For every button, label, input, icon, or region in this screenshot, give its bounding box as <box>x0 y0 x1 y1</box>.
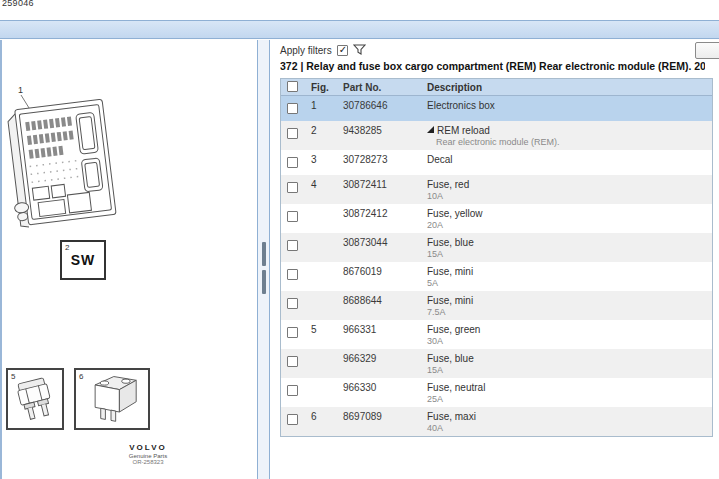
filter-funnel-icon[interactable] <box>353 44 366 56</box>
section-title: 372 | Relay and fuse box cargo compartme… <box>280 60 705 72</box>
splitter-grip[interactable] <box>262 270 266 294</box>
filters-toolbar: Apply filters <box>280 43 366 57</box>
main-content: 1 <box>0 40 719 479</box>
part-number-cell: 966329 <box>343 353 427 364</box>
row-checkbox[interactable] <box>287 240 298 251</box>
description-subtext: 30A <box>427 336 708 346</box>
description-main: Decal <box>427 154 708 165</box>
row-checkbox[interactable] <box>287 356 298 367</box>
part-number-cell: 966330 <box>343 382 427 393</box>
row-checkbox[interactable] <box>287 157 298 168</box>
apply-filters-label: Apply filters <box>280 45 332 56</box>
callout-1-label: 1 <box>18 85 23 95</box>
description-main: Fuse, maxi <box>427 411 708 422</box>
expand-triangle-icon[interactable] <box>427 126 434 133</box>
description-text: Fuse, yellow <box>427 208 483 219</box>
description-cell: Fuse, mini 5A <box>427 266 712 288</box>
description-main: Fuse, mini <box>427 295 708 306</box>
document-number: 259046 <box>2 0 34 8</box>
description-cell: Fuse, red 10A <box>427 179 712 201</box>
part-number-cell: 30872411 <box>343 179 427 190</box>
parts-table: Fig. Part No. Description 1 30786646 Ele… <box>280 78 713 437</box>
maxi-fuse-icon <box>76 370 146 426</box>
row-checkbox[interactable] <box>287 211 298 222</box>
splitter-grip[interactable] <box>262 242 266 266</box>
checkbox-cell <box>281 154 303 172</box>
cutoff-button[interactable] <box>695 42 719 59</box>
description-main: Fuse, green <box>427 324 708 335</box>
description-main: REM reload <box>427 125 708 136</box>
description-cell: Fuse, blue 15A <box>427 353 712 375</box>
table-row[interactable]: 966329 Fuse, blue 15A <box>281 349 712 378</box>
table-row[interactable]: 8676019 Fuse, mini 5A <box>281 262 712 291</box>
app-window: 259046 1 <box>0 0 719 479</box>
table-row[interactable]: 30872412 Fuse, yellow 20A <box>281 204 712 233</box>
fig-cell: 4 <box>303 179 343 190</box>
fig-cell: 1 <box>303 100 343 111</box>
row-checkbox[interactable] <box>287 128 298 139</box>
description-subtext: 25A <box>427 394 708 404</box>
description-subtext: 10A <box>427 191 708 201</box>
table-row[interactable]: 3 30728273 Decal <box>281 150 712 175</box>
description-text: Fuse, blue <box>427 353 474 364</box>
toolbar-band <box>0 20 719 39</box>
volvo-logo: VOLVO <box>118 443 178 452</box>
fig-cell: 6 <box>303 411 343 422</box>
row-checkbox[interactable] <box>287 269 298 280</box>
checkbox-cell <box>281 324 303 342</box>
description-subtext: 40A <box>427 423 708 433</box>
apply-filters-checkbox[interactable] <box>337 45 348 56</box>
table-row[interactable]: 5 966331 Fuse, green 30A <box>281 320 712 349</box>
part-number-cell: 30873044 <box>343 237 427 248</box>
table-row[interactable]: 4 30872411 Fuse, red 10A <box>281 175 712 204</box>
description-text: Fuse, mini <box>427 266 473 277</box>
description-text: Fuse, neutral <box>427 382 485 393</box>
checkbox-cell <box>281 353 303 371</box>
callout-5-label: 5 <box>11 372 15 381</box>
table-row[interactable]: 6 8697089 Fuse, maxi 40A <box>281 407 712 436</box>
description-main: Fuse, mini <box>427 266 708 277</box>
fig-cell: 5 <box>303 324 343 335</box>
panel-splitter[interactable] <box>257 40 270 479</box>
row-checkbox[interactable] <box>287 103 298 114</box>
parts-panel: Apply filters 372 | Relay and fuse box c… <box>270 40 719 479</box>
description-cell: Decal <box>427 154 712 165</box>
part-number-cell: 8688644 <box>343 295 427 306</box>
row-checkbox[interactable] <box>287 327 298 338</box>
select-all-checkbox[interactable] <box>287 81 298 92</box>
part-number-cell: 30728273 <box>343 154 427 165</box>
description-text: Fuse, mini <box>427 295 473 306</box>
description-main: Fuse, red <box>427 179 708 190</box>
row-checkbox[interactable] <box>287 298 298 309</box>
top-header-area: 259046 <box>0 0 719 20</box>
table-row[interactable]: 2 9438285 REM reload Rear electronic mod… <box>281 121 712 150</box>
column-header-part: Part No. <box>343 82 427 93</box>
checkbox-cell <box>281 411 303 429</box>
description-subtext: 7.5A <box>427 307 708 317</box>
table-row[interactable]: 966330 Fuse, neutral 25A <box>281 378 712 407</box>
row-checkbox[interactable] <box>287 385 298 396</box>
description-cell: REM reload Rear electronic module (REM). <box>427 125 712 147</box>
checkbox-cell <box>281 125 303 143</box>
checkbox-cell <box>281 208 303 226</box>
row-checkbox[interactable] <box>287 414 298 425</box>
description-main: Fuse, blue <box>427 353 708 364</box>
sw-module-box: 2 SW <box>60 240 106 280</box>
diagram-panel: 1 <box>0 40 257 479</box>
table-row[interactable]: 8688644 Fuse, mini 7.5A <box>281 291 712 320</box>
description-text: Electronics box <box>427 100 495 111</box>
row-checkbox[interactable] <box>287 182 298 193</box>
callout-2-label: 2 <box>65 243 69 252</box>
table-row[interactable]: 1 30786646 Electronics box <box>281 96 712 121</box>
description-main: Fuse, yellow <box>427 208 708 219</box>
table-row[interactable]: 30873044 Fuse, blue 15A <box>281 233 712 262</box>
description-text: Fuse, green <box>427 324 480 335</box>
description-cell: Fuse, yellow 20A <box>427 208 712 230</box>
description-subtext: 15A <box>427 249 708 259</box>
checkbox-cell <box>281 295 303 313</box>
sw-label: SW <box>62 252 104 268</box>
description-main: Fuse, neutral <box>427 382 708 393</box>
description-cell: Fuse, maxi 40A <box>427 411 712 433</box>
description-cell: Fuse, blue 15A <box>427 237 712 259</box>
part-number-cell: 966331 <box>343 324 427 335</box>
